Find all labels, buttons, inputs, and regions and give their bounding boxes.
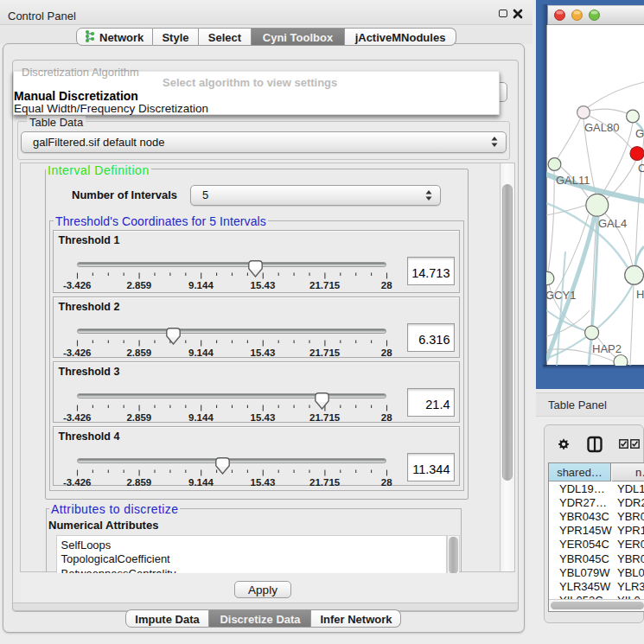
svg-text:HAP2: HAP2 [592, 342, 622, 355]
svg-text:GAL11: GAL11 [556, 174, 590, 187]
svg-text:GAL80: GAL80 [584, 121, 619, 134]
svg-text:GA: GA [635, 127, 644, 140]
svg-text:GCY1: GCY1 [546, 289, 576, 302]
svg-text:GAL4: GAL4 [598, 217, 627, 230]
svg-text:CY: CY [638, 162, 644, 175]
svg-text:H: H [636, 288, 644, 301]
